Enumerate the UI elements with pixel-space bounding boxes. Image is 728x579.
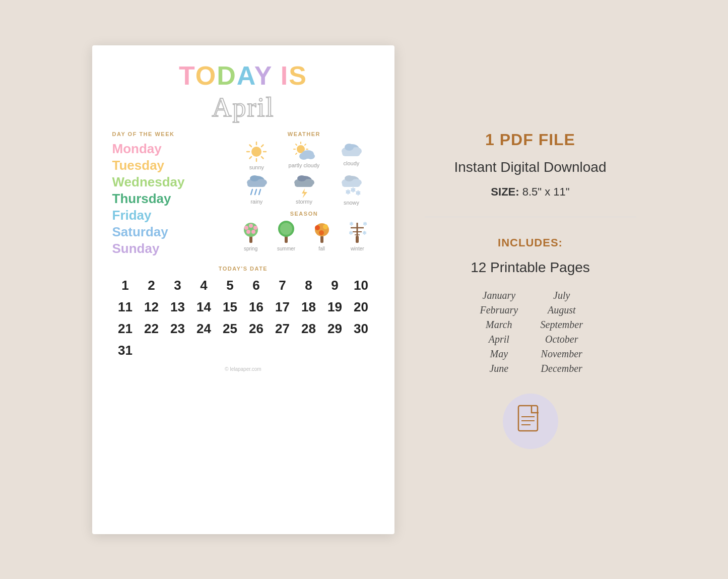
svg-text:❄: ❄ (362, 230, 367, 236)
file-document-icon (516, 405, 544, 437)
svg-rect-25 (342, 150, 360, 156)
svg-line-14 (296, 144, 297, 145)
svg-line-17 (296, 153, 297, 154)
cal-8: 8 (296, 276, 322, 295)
weather-grid: sunny (234, 140, 374, 206)
todays-date-label: TODAY'S DATE (112, 266, 374, 272)
cal-13: 13 (165, 297, 191, 317)
svg-point-31 (250, 175, 259, 181)
months-grid: January July February August March Septe… (478, 290, 583, 374)
cloudy-label: cloudy (344, 160, 360, 166)
svg-point-53 (253, 226, 257, 230)
weather-label: WEATHER (288, 131, 320, 137)
fall-label: fall (318, 246, 325, 251)
svg-point-63 (319, 230, 324, 235)
svg-point-45 (345, 175, 354, 181)
month-name: April (212, 92, 275, 123)
instant-download: Instant Digital Download (454, 159, 607, 175)
weather-season-column: WEATHER (234, 131, 374, 256)
calendar-grid: 1 2 3 4 5 6 7 8 9 10 11 12 13 14 15 16 1… (112, 276, 374, 360)
size-label-bold: SIZE: (491, 185, 519, 198)
weather-partly-cloudy: partly cloudy (281, 140, 326, 170)
month-may: May (478, 348, 520, 360)
svg-rect-30 (247, 181, 266, 187)
rainy-label: rainy (250, 199, 262, 205)
info-panel: 1 PDF FILE Instant Digital Download SIZE… (425, 131, 636, 449)
day-of-week-label: DAY OF THE WEEK (112, 131, 175, 137)
partly-cloudy-icon (291, 140, 317, 161)
cal-18: 18 (296, 297, 322, 317)
cal-9: 9 (322, 276, 348, 295)
cal-28: 28 (296, 319, 322, 339)
svg-point-62 (323, 224, 328, 229)
svg-point-55 (251, 230, 255, 234)
cal-10: 10 (348, 276, 374, 295)
cal-24: 24 (191, 319, 217, 339)
svg-text:❄: ❄ (363, 221, 367, 227)
svg-line-33 (255, 189, 256, 195)
svg-marker-40 (302, 188, 307, 198)
season-winter: ❄ ❄ ❄ ❄ winter (341, 219, 374, 251)
spring-tree-icon (239, 219, 262, 245)
svg-point-52 (249, 224, 253, 228)
day-saturday: Saturday (112, 224, 185, 240)
svg-text:❄: ❄ (355, 189, 361, 197)
svg-rect-49 (249, 236, 252, 243)
cal-15: 15 (217, 297, 243, 317)
month-september: September (541, 319, 583, 331)
size-value: 8.5" x 11" (522, 185, 570, 198)
pdf-file-label: 1 PDF FILE (485, 131, 575, 149)
cal-2: 2 (139, 276, 165, 295)
month-april: April (478, 334, 520, 345)
fall-tree-icon (310, 219, 334, 245)
winter-tree-icon: ❄ ❄ ❄ ❄ (346, 219, 369, 245)
cal-22: 22 (139, 319, 165, 339)
summer-tree-icon (275, 219, 298, 245)
cal-27: 27 (270, 319, 296, 339)
month-february: February (478, 304, 520, 316)
cal-14: 14 (191, 297, 217, 317)
stormy-icon (291, 173, 317, 198)
cal-6: 6 (243, 276, 270, 295)
svg-point-58 (280, 223, 292, 235)
svg-rect-73 (518, 406, 538, 431)
svg-rect-64 (356, 236, 359, 243)
day-friday: Friday (112, 208, 185, 223)
cal-3: 3 (165, 276, 191, 295)
includes-label: INCLUDES: (498, 236, 563, 249)
cal-1: 1 (112, 276, 139, 295)
month-october: October (541, 334, 583, 345)
svg-text:❄: ❄ (349, 221, 354, 227)
weather-stormy: stormy (281, 173, 326, 206)
season-fall: fall (305, 219, 339, 251)
svg-line-6 (261, 157, 263, 159)
cal-26: 26 (243, 319, 270, 339)
printable-card: TODAY IS April DAY OF THE WEEK Monday Tu… (92, 45, 394, 534)
cal-21: 21 (112, 319, 139, 339)
cloudy-icon (338, 140, 364, 159)
weather-snowy: ❄ ❄ ❄ snowy (328, 173, 374, 206)
cal-12: 12 (139, 297, 165, 317)
svg-rect-59 (320, 236, 323, 243)
month-january: January (478, 290, 520, 301)
cal-20: 20 (348, 297, 374, 317)
svg-rect-21 (300, 155, 313, 159)
svg-line-32 (251, 189, 252, 195)
calendar-section: TODAY'S DATE 1 2 3 4 5 6 7 8 9 10 11 12 … (112, 266, 374, 360)
cal-25: 25 (217, 319, 243, 339)
cal-31: 31 (112, 341, 139, 360)
sunny-icon (245, 140, 268, 163)
svg-point-0 (251, 147, 261, 157)
cal-29: 29 (322, 319, 348, 339)
snowy-label: snowy (344, 200, 359, 206)
svg-rect-38 (295, 181, 313, 187)
svg-line-8 (250, 157, 252, 159)
svg-line-34 (259, 189, 260, 195)
snowy-icon: ❄ ❄ ❄ (338, 173, 364, 199)
sunny-label: sunny (249, 164, 264, 170)
svg-line-5 (250, 145, 252, 147)
day-wednesday: Wednesday (112, 174, 185, 190)
cal-7: 7 (270, 276, 296, 295)
season-label: SEASON (290, 211, 318, 217)
main-container: TODAY IS April DAY OF THE WEEK Monday Tu… (0, 0, 728, 579)
